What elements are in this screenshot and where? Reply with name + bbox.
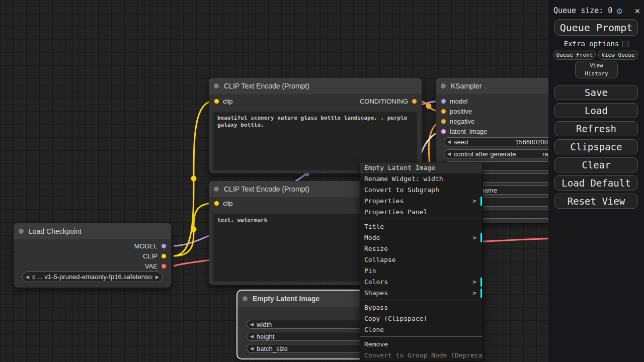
submenu-arrow-icon: >	[472, 232, 476, 243]
menu-item-title-option[interactable]: Title	[360, 221, 482, 232]
menu-item-properties[interactable]: Properties >	[360, 196, 482, 207]
node-title-bar: CLIP Text Encode (Prompt)	[209, 78, 422, 94]
output-slot-conditioning[interactable]: CONDITIONING	[360, 97, 422, 106]
submenu-arrow-icon: >	[472, 196, 476, 207]
menu-item-rename-widget[interactable]: Rename Widget: width	[360, 173, 482, 185]
submenu-accent-bar	[480, 233, 482, 242]
node-title: CLIP Text Encode (Prompt)	[224, 185, 309, 193]
extra-options-label: Extra options	[564, 40, 619, 48]
settings-gear-icon[interactable]: ⚙	[616, 6, 622, 16]
prev-option-arrow-icon[interactable]: ◀	[23, 275, 32, 280]
widget-ckpt-name[interactable]: ◀ c ... v1-5-pruned-emaonly-fp16.safeten…	[22, 272, 163, 282]
slot-label: latent_image	[450, 128, 487, 135]
input-dot-clip[interactable]	[214, 99, 219, 104]
collapse-dot[interactable]	[214, 187, 219, 192]
slot-label: VAE	[145, 262, 157, 270]
collapse-dot[interactable]	[441, 83, 446, 88]
slot-label: CONDITIONING	[360, 98, 408, 105]
input-slot-positive[interactable]: positive	[436, 107, 472, 116]
output-slot-clip[interactable]: CLIP	[143, 251, 171, 260]
node-load-checkpoint[interactable]: Load Checkpoint MODEL CLIP VAE ◀ c ... v…	[14, 223, 171, 288]
input-slot-latent-image[interactable]: latent_image	[436, 127, 487, 136]
input-slot-negative[interactable]: negative	[436, 117, 474, 126]
output-dot-clip[interactable]	[162, 254, 166, 258]
queue-front-button[interactable]: Queue Front	[553, 50, 596, 60]
input-dot-clip[interactable]	[214, 201, 219, 206]
menu-item-resize[interactable]: Resize	[360, 243, 482, 254]
comfy-menu-panel: Queue size: 0 ⚙ ✕ Queue Prompt Extra opt…	[548, 0, 644, 362]
widget-value: c ... v1-5-pruned-emaonly-fp16.safetenso…	[32, 273, 152, 281]
menu-item-title[interactable]: Empty Latent Image	[360, 162, 482, 173]
collapse-dot[interactable]	[214, 83, 219, 88]
submenu-accent-bar	[480, 278, 482, 287]
output-dot-conditioning[interactable]	[412, 99, 417, 104]
next-option-arrow-icon[interactable]: ▶	[152, 275, 162, 280]
node-clip-text-encode-positive[interactable]: CLIP Text Encode (Prompt) clip CONDITION…	[209, 78, 422, 173]
clear-button[interactable]: Clear	[554, 157, 638, 172]
decrement-arrow-icon[interactable]: ◀	[247, 346, 257, 351]
output-slot-vae[interactable]: VAE	[145, 261, 171, 270]
comfyui-app: CLIP Text Encode (Prompt) clip CONDITION…	[0, 0, 644, 362]
collapse-dot[interactable]	[243, 296, 248, 301]
slot-label: MODEL	[134, 242, 157, 250]
close-icon[interactable]: ✕	[635, 6, 640, 16]
widget-label: batch_size	[257, 345, 288, 352]
slot-label: positive	[450, 108, 472, 115]
slot-label: model	[450, 98, 467, 105]
widget-label: height	[257, 333, 274, 340]
input-dot-negative[interactable]	[441, 119, 446, 124]
slot-label: negative	[450, 118, 474, 125]
queue-size-label: Queue size: 0	[553, 6, 612, 15]
node-title: Empty Latent Image	[253, 295, 319, 303]
collapse-dot[interactable]	[19, 229, 24, 234]
refresh-button[interactable]: Refresh	[554, 121, 638, 136]
decrement-arrow-icon[interactable]: ◀	[444, 139, 454, 144]
submenu-arrow-icon: >	[472, 288, 476, 299]
input-slot-clip[interactable]: clip	[209, 97, 233, 106]
output-slot-model[interactable]: MODEL	[134, 241, 171, 250]
queue-prompt-button[interactable]: Queue Prompt	[554, 19, 638, 36]
node-title: CLIP Text Encode (Prompt)	[224, 82, 309, 90]
menu-item-colors[interactable]: Colors >	[360, 277, 482, 288]
widget-value: 1566802087	[515, 138, 551, 146]
output-dot-vae[interactable]	[162, 264, 166, 268]
view-queue-button[interactable]: View Queue	[598, 50, 638, 60]
submenu-accent-bar	[480, 197, 482, 206]
input-dot-model[interactable]	[441, 99, 446, 104]
menu-item-remove[interactable]: Remove	[360, 339, 482, 350]
decrement-arrow-icon[interactable]: ◀	[247, 322, 257, 327]
input-slot-model[interactable]: model	[436, 97, 467, 106]
decrement-arrow-icon[interactable]: ◀	[247, 334, 257, 339]
view-history-button[interactable]: View History	[575, 61, 618, 78]
node-title: KSampler	[451, 82, 481, 90]
node-title-bar: Load Checkpoint	[14, 223, 171, 239]
input-dot-latent-image[interactable]	[441, 129, 446, 134]
slot-label: clip	[223, 200, 233, 207]
decrement-arrow-icon[interactable]: ◀	[444, 151, 454, 156]
node-title: Load Checkpoint	[29, 227, 82, 235]
save-button[interactable]: Save	[554, 85, 638, 100]
widget-label: control after generate	[454, 150, 516, 158]
menu-item-shapes[interactable]: Shapes >	[360, 288, 482, 299]
load-default-button[interactable]: Load Default	[554, 175, 638, 191]
menu-item-convert-to-subgraph[interactable]: Convert to Subgraph	[360, 185, 482, 196]
node-context-menu: Empty Latent Image Rename Widget: width …	[360, 162, 483, 361]
widget-label: seed	[454, 138, 468, 146]
extra-options-checkbox[interactable]	[622, 41, 628, 47]
input-slot-clip[interactable]: clip	[209, 199, 233, 208]
menu-item-convert-to-group-node[interactable]: Convert to Group Node (Deprecated)	[360, 350, 482, 361]
menu-item-pin[interactable]: Pin	[360, 265, 482, 277]
clipspace-button[interactable]: Clipspace	[554, 139, 638, 154]
menu-item-properties-panel[interactable]: Properties Panel	[360, 207, 482, 218]
input-dot-positive[interactable]	[441, 109, 446, 114]
menu-item-bypass[interactable]: Bypass	[360, 302, 482, 313]
submenu-arrow-icon: >	[472, 277, 476, 288]
menu-item-clone[interactable]: Clone	[360, 324, 482, 335]
reset-view-button[interactable]: Reset View	[554, 194, 638, 209]
load-button[interactable]: Load	[554, 103, 638, 118]
menu-item-mode[interactable]: Mode >	[360, 232, 482, 243]
output-dot-model[interactable]	[162, 244, 166, 248]
menu-item-collapse[interactable]: Collapse	[360, 254, 482, 265]
widget-label: width	[257, 321, 272, 328]
menu-item-copy-clipspace[interactable]: Copy (Clipspace)	[360, 313, 482, 324]
